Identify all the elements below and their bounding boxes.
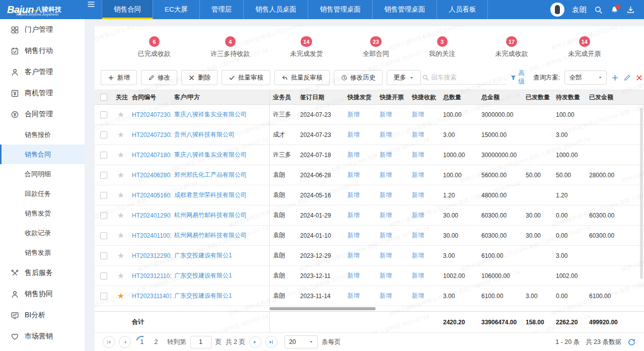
stat-my-follow[interactable]: 3我的关注 <box>429 36 455 58</box>
quick-collect-link[interactable]: 新增 <box>412 130 424 139</box>
quick-invoice-link[interactable]: 新增 <box>380 231 392 240</box>
quick-collect-link[interactable]: 新增 <box>412 251 424 260</box>
page-number-1[interactable]: 1 <box>136 336 148 348</box>
sidebar-subitem-contract-detail[interactable]: 合同明细 <box>0 164 85 184</box>
star-icon[interactable]: ★ <box>117 111 124 119</box>
contract-no-link[interactable]: HT2024062801 <box>132 172 171 179</box>
quick-collect-link[interactable]: 新增 <box>412 292 424 300</box>
nav-tab-6[interactable]: 人员看板 <box>437 0 488 19</box>
star-icon[interactable]: ★ <box>117 292 124 300</box>
stat-all-contracts[interactable]: 23全部合同 <box>363 36 389 58</box>
next-page-button[interactable] <box>249 336 261 348</box>
customer-link[interactable]: 重庆八骏祥集实业有限公司 <box>174 151 247 159</box>
nav-tab-5[interactable]: 销售管理桌面 <box>372 0 437 19</box>
nav-tab-4[interactable]: 销售管理桌面 <box>308 0 372 19</box>
refresh-icon[interactable] <box>627 338 636 346</box>
contract-no-link[interactable]: HT2024072302 <box>132 131 171 138</box>
advanced-filter-link[interactable]: 高级 <box>510 69 529 86</box>
quick-ship-link[interactable]: 新增 <box>347 231 360 240</box>
star-icon[interactable]: ★ <box>117 212 124 220</box>
sidebar-subitem-sales-shipment[interactable]: 销售发货 <box>0 203 85 223</box>
nav-tab-0[interactable]: 销售合同 <box>102 0 153 19</box>
customer-link[interactable]: 郑州郑氏化工产品有限公司 <box>174 171 247 179</box>
edit-history-button[interactable]: 修改历史 <box>334 70 383 85</box>
contract-no-link[interactable]: HT2023121101 <box>132 272 171 279</box>
contract-no-link[interactable]: HT2023111401 <box>132 293 171 300</box>
sidebar-item-portal[interactable]: 门户管理 <box>0 19 85 40</box>
customer-link[interactable]: 成都君意华荣科技有限公司 <box>174 191 247 199</box>
star-icon[interactable]: ★ <box>117 232 124 240</box>
row-checkbox[interactable] <box>100 192 107 199</box>
row-checkbox[interactable] <box>100 252 107 259</box>
star-icon[interactable]: ★ <box>117 131 124 139</box>
select-all-checkbox[interactable] <box>100 94 107 101</box>
sidebar-subitem-collection-task[interactable]: 回款任务 <box>0 184 85 203</box>
quick-collect-link[interactable]: 新增 <box>412 271 424 280</box>
sidebar-subitem-sales-contract[interactable]: 销售合同 <box>0 145 85 164</box>
quick-invoice-link[interactable]: 新增 <box>380 110 392 119</box>
add-scheme-icon[interactable] <box>611 74 619 82</box>
quick-ship-link[interactable]: 新增 <box>347 292 360 300</box>
add-button[interactable]: 新增 <box>101 70 137 85</box>
quick-invoice-link[interactable]: 新增 <box>380 271 392 280</box>
contract-no-link[interactable]: HT2024072301 <box>132 111 171 118</box>
customer-link[interactable]: 广东交投建设有限公1 <box>174 251 232 260</box>
quick-ship-link[interactable]: 新增 <box>347 271 360 280</box>
customer-link[interactable]: 重庆八骏祥集实业有限公司 <box>174 110 247 119</box>
quick-ship-link[interactable]: 新增 <box>347 110 360 119</box>
sidebar-item-target[interactable]: 目标管理 <box>0 347 85 351</box>
sidebar-item-contract[interactable]: 合同管理 <box>0 104 85 125</box>
sidebar-item-opportunity[interactable]: 商机管理 <box>0 83 85 104</box>
nav-tab-1[interactable]: EC大屏 <box>153 0 199 19</box>
quick-ship-link[interactable]: 新增 <box>347 130 360 139</box>
star-icon[interactable]: ★ <box>117 252 124 260</box>
hamburger-menu-icon[interactable] <box>81 0 102 9</box>
quick-invoice-link[interactable]: 新增 <box>380 211 392 220</box>
row-checkbox[interactable] <box>100 172 107 179</box>
row-checkbox[interactable] <box>100 111 107 118</box>
row-checkbox[interactable] <box>100 212 107 219</box>
prev-page-button[interactable] <box>119 336 131 348</box>
search-icon[interactable] <box>594 6 603 14</box>
contract-no-link[interactable]: HT2023122901 <box>132 252 171 259</box>
contract-no-link[interactable]: HT2024051601 <box>132 192 171 199</box>
row-checkbox[interactable] <box>100 293 107 300</box>
quick-invoice-link[interactable]: 新增 <box>380 130 392 139</box>
quick-invoice-link[interactable]: 新增 <box>380 151 392 159</box>
sidebar-subitem-collection-record[interactable]: 收款记录 <box>0 223 85 243</box>
quick-ship-link[interactable]: 新增 <box>347 251 360 260</box>
page-size-select[interactable]: 20 <box>284 335 318 348</box>
customer-link[interactable]: 杭州网易竹邮科技有限公司 <box>174 231 247 240</box>
bell-icon[interactable] <box>610 6 619 14</box>
contract-no-link[interactable]: HT2024011001 <box>132 232 171 239</box>
delete-button[interactable]: 删除 <box>181 70 218 85</box>
vertical-scrollbar[interactable] <box>640 108 643 279</box>
customer-link[interactable]: 广东交投建设有限公1 <box>174 271 232 280</box>
sidebar-item-after-sales[interactable]: 售后服务 <box>0 262 85 284</box>
batch-unapprove-button[interactable]: 批量反审核 <box>274 70 330 85</box>
quick-ship-link[interactable]: 新增 <box>347 171 360 179</box>
star-icon[interactable]: ★ <box>117 272 124 280</box>
quick-collect-link[interactable]: 新增 <box>412 110 424 119</box>
avatar[interactable] <box>550 3 564 17</box>
row-checkbox[interactable] <box>100 232 107 239</box>
user-name[interactable]: 袁朗 <box>572 5 587 15</box>
sidebar-item-marketing[interactable]: 市场营销 <box>0 326 85 347</box>
quick-ship-link[interactable]: 新增 <box>347 191 360 199</box>
star-icon[interactable]: ★ <box>117 171 124 179</box>
customer-link[interactable]: 广东交投建设有限公1 <box>174 292 232 300</box>
sidebar-subitem-sales-invoice[interactable]: 销售发票 <box>0 243 85 262</box>
sidebar-item-sales-collab[interactable]: 销售协同 <box>0 284 85 305</box>
quick-invoice-link[interactable]: 新增 <box>380 171 392 179</box>
quick-invoice-link[interactable]: 新增 <box>380 251 392 260</box>
page-number-2[interactable]: 2 <box>150 336 162 348</box>
nav-tab-2[interactable]: 管理层 <box>199 0 244 19</box>
stat-unfinished-collection[interactable]: 17未完成收款 <box>495 36 528 58</box>
row-checkbox[interactable] <box>100 131 107 138</box>
quick-invoice-link[interactable]: 新增 <box>380 191 392 199</box>
stat-unfinished-shipment[interactable]: 14未完成发货 <box>290 36 323 58</box>
edit-button[interactable]: 修改 <box>141 70 177 85</box>
customer-link[interactable]: 贵州八骏科技有限公司 <box>174 130 235 139</box>
download-icon[interactable] <box>626 6 635 14</box>
quick-collect-link[interactable]: 新增 <box>412 211 424 220</box>
